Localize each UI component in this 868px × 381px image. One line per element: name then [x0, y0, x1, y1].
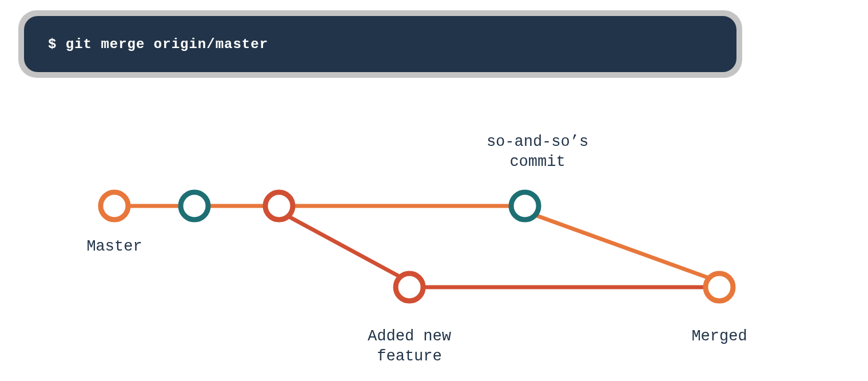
- terminal-command: $ git merge origin/master: [48, 37, 268, 52]
- node-master: [101, 192, 128, 220]
- label-feature-line2: feature: [377, 348, 441, 365]
- label-remote-line1: so-and-so’s: [487, 133, 588, 150]
- git-merge-diagram: Master so-and-so’s commit Added new feat…: [0, 114, 868, 381]
- diagram-nodes: [101, 192, 733, 301]
- edge-remote-merged: [535, 215, 709, 278]
- label-merged: Merged: [691, 328, 747, 345]
- terminal: $ git merge origin/master: [24, 16, 736, 72]
- edge-commit3-feature: [288, 216, 400, 277]
- label-feature-line1: Added new: [368, 328, 451, 345]
- label-remote-line2: commit: [509, 153, 565, 170]
- node-commit3: [265, 192, 293, 220]
- node-commit2: [181, 192, 208, 220]
- diagram-svg: Master so-and-so’s commit Added new feat…: [0, 114, 868, 381]
- terminal-container: $ git merge origin/master: [18, 10, 742, 78]
- label-master: Master: [86, 238, 142, 255]
- diagram-labels: Master so-and-so’s commit Added new feat…: [86, 133, 747, 365]
- node-remote: [511, 192, 539, 220]
- node-feature: [396, 273, 423, 301]
- node-merged: [706, 273, 733, 301]
